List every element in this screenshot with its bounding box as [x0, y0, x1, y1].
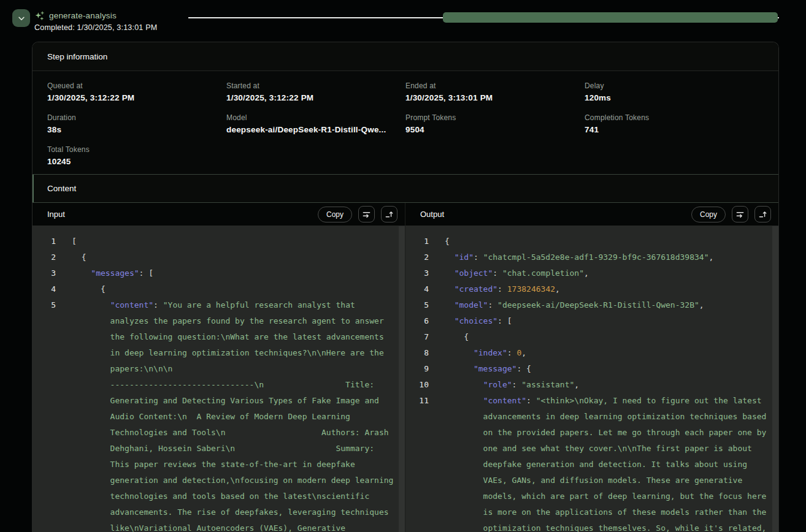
line-number: [33, 473, 56, 488]
line-number: [33, 377, 56, 393]
field-label: Delay: [585, 82, 764, 90]
code-line-text: VAEs, GANs, and diffusion models. These …: [445, 473, 742, 488]
input-code-lines: 1[2 {3 "messages": [4 {5 "content": "You…: [33, 234, 405, 532]
code-line: ------------------------------\n Title:: [33, 377, 405, 393]
step-information-header[interactable]: Step information: [33, 42, 778, 71]
input-panel: Input Copy 1[2 {3 "messages": [4 {5 "con…: [33, 203, 405, 532]
code-line: in deep learning optimization techniques…: [33, 345, 405, 361]
info-field: Duration38s: [47, 113, 226, 134]
code-line: advancements in deep learning optimizati…: [405, 409, 778, 425]
scroll-to-top-button[interactable]: [754, 206, 771, 222]
content-title: Content: [47, 184, 76, 193]
field-value: 1/30/2025, 3:12:22 PM: [226, 93, 405, 102]
info-field: Prompt Tokens9504: [405, 113, 585, 134]
wrap-lines-icon: [362, 210, 371, 219]
step-heading: generate-analysis Completed: 1/30/2025, …: [34, 10, 157, 32]
input-actions: Copy: [318, 206, 397, 222]
code-line-text: "index": 0,: [445, 345, 526, 361]
code-line-text: in deep learning optimization techniques…: [72, 345, 384, 361]
code-line: Generating and Detecting Various Types o…: [33, 393, 405, 409]
line-number: [33, 520, 56, 532]
field-value: 1/30/2025, 3:13:01 PM: [405, 93, 585, 102]
code-line: one and see what they cover.\n\nThe firs…: [405, 441, 778, 457]
output-code-area[interactable]: 1{2 "id": "chatcmpl-5a5d2e8e-adf1-9329-b…: [405, 226, 778, 532]
line-number: 2: [33, 249, 56, 265]
field-label: Queued at: [47, 82, 226, 90]
code-line-text: "choices": [: [445, 313, 512, 329]
wrap-lines-button[interactable]: [732, 206, 748, 222]
code-line-text: {: [72, 249, 86, 265]
step-header: generate-analysis Completed: 1/30/2025, …: [0, 0, 806, 42]
field-value: 120ms: [585, 93, 764, 102]
content-section-header[interactable]: Content: [33, 174, 778, 203]
input-panel-header: Input Copy: [33, 203, 405, 226]
code-line-text: analyzes the papers found by the researc…: [72, 313, 384, 329]
code-line-text: "messages": [: [72, 265, 153, 281]
code-line: 3 "messages": [: [33, 265, 405, 281]
code-line: 9 "message": {: [405, 361, 778, 377]
copy-input-button[interactable]: Copy: [318, 207, 352, 222]
line-number: [405, 441, 429, 457]
input-code-area[interactable]: 1[2 {3 "messages": [4 {5 "content": "You…: [33, 226, 405, 532]
line-number: [405, 425, 429, 441]
code-line: Dehghani, Hossein Saberi\n Summary:: [33, 441, 405, 457]
line-number: [33, 361, 56, 377]
collapse-step-button[interactable]: [12, 9, 30, 27]
code-line-text: Technologies and Tools\n Authors: Arash: [72, 425, 389, 441]
code-line-text: "object": "chat.completion",: [445, 265, 589, 281]
output-scrollbar-track[interactable]: [772, 226, 778, 532]
step-name: generate-analysis: [49, 11, 117, 20]
code-line-text: models, which are part of deep learning,…: [445, 488, 766, 504]
code-line-text: {: [72, 281, 106, 297]
code-line-text: "role": "assistant",: [445, 377, 579, 393]
line-number: [33, 441, 56, 457]
code-line-text: like\nVariational Autoencoders (VAEs), G…: [72, 520, 345, 532]
wrap-lines-button[interactable]: [358, 206, 375, 222]
code-line: 2 {: [33, 249, 405, 265]
step-information-title: Step information: [47, 52, 107, 61]
field-label: Completion Tokens: [585, 113, 764, 122]
input-scrollbar-track[interactable]: [399, 226, 405, 532]
input-output-split: Input Copy 1[2 {3 "messages": [4 {5 "con…: [33, 203, 778, 532]
code-line: deepfake generation and detection. It ta…: [405, 457, 778, 473]
copy-output-button[interactable]: Copy: [691, 207, 726, 222]
code-line-text: This paper reviews the state-of-the-art …: [72, 457, 355, 473]
code-line: Technologies and Tools\n Authors: Arash: [33, 425, 405, 441]
code-line-text: ------------------------------\n Title:: [72, 377, 374, 393]
field-value: deepseek-ai/DeepSeek-R1-Distill-Qwe...: [226, 125, 405, 134]
code-line-text: papers:\n\n\n: [72, 361, 172, 377]
line-number: [33, 409, 56, 425]
line-number: 5: [33, 297, 56, 313]
code-line: on the provided papers. Let me go throug…: [405, 425, 778, 441]
scroll-to-top-icon: [385, 210, 394, 219]
code-line-text: "id": "chatcmpl-5a5d2e8e-adf1-9329-bf9c-…: [445, 249, 713, 265]
line-number: [405, 409, 429, 425]
scroll-to-top-button[interactable]: [381, 206, 397, 222]
step-info-grid: Queued at1/30/2025, 3:12:22 PMStarted at…: [33, 71, 778, 174]
code-line-text: Generating and Detecting Various Types o…: [72, 393, 379, 409]
line-number: [33, 457, 56, 473]
field-label: Started at: [226, 82, 405, 90]
code-line-text: "content": "You are a helpful research a…: [72, 297, 355, 313]
code-line-text: "message": {: [445, 361, 531, 377]
code-line-text: [: [72, 234, 77, 249]
info-field: Completion Tokens741: [585, 113, 764, 134]
code-line: 4 {: [33, 281, 405, 297]
scroll-to-top-icon: [758, 210, 767, 219]
code-line-text: advancements in deep learning optimizati…: [445, 409, 766, 425]
line-number: 4: [405, 281, 429, 297]
line-number: [33, 313, 56, 329]
code-line-text: advancements. The rise of deepfakes, lev…: [72, 504, 389, 520]
field-label: Model: [226, 113, 405, 122]
code-line: 5 "model": "deepseek-ai/DeepSeek-R1-Dist…: [405, 297, 778, 313]
line-number: 10: [405, 377, 429, 393]
line-number: 8: [405, 345, 429, 361]
output-title: Output: [420, 210, 444, 219]
info-field: Ended at1/30/2025, 3:13:01 PM: [405, 82, 585, 102]
timeline-duration-bar[interactable]: [443, 12, 778, 23]
code-line-text: one and see what they cover.\n\nThe firs…: [445, 441, 752, 457]
wrap-lines-icon: [735, 210, 745, 219]
line-number: 1: [405, 234, 429, 249]
code-line: papers:\n\n\n: [33, 361, 405, 377]
step-detail-panel: Step information Queued at1/30/2025, 3:1…: [32, 42, 779, 532]
